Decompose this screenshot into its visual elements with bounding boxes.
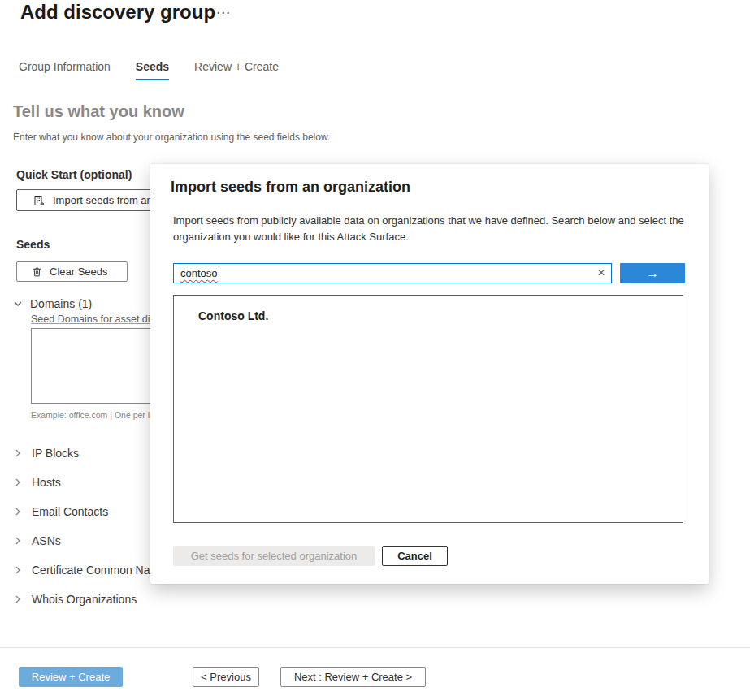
section-toggle-asns[interactable]: ASNs	[13, 534, 61, 547]
domains-section-label: Domains (1)	[30, 297, 92, 310]
review-create-button[interactable]: Review + Create	[19, 667, 123, 687]
previous-button[interactable]: < Previous	[193, 667, 259, 687]
organization-import-icon	[33, 195, 45, 206]
text-caret	[219, 267, 219, 279]
section-label: Whois Organizations	[32, 593, 137, 606]
chevron-down-icon	[13, 299, 23, 309]
chevron-right-icon	[13, 448, 23, 458]
footer-divider	[0, 647, 750, 648]
trash-icon	[32, 266, 42, 278]
organization-results-list[interactable]: Contoso Ltd.	[173, 295, 683, 523]
section-toggle-email-contacts[interactable]: Email Contacts	[13, 505, 108, 518]
dialog-title: Import seeds from an organization	[171, 179, 410, 196]
chevron-right-icon	[13, 507, 23, 516]
search-submit-button[interactable]: →	[620, 263, 685, 283]
clear-search-icon[interactable]: ✕	[597, 267, 605, 279]
organization-search-input[interactable]: contoso ✕	[173, 263, 612, 283]
chevron-right-icon	[13, 594, 23, 604]
dialog-description: Import seeds from publicly available dat…	[173, 213, 688, 245]
chevron-right-icon	[13, 477, 23, 487]
seeds-label: Seeds	[16, 238, 50, 251]
seed-domains-example: Example: office.com | One per line	[31, 410, 161, 420]
section-toggle-hosts[interactable]: Hosts	[13, 476, 61, 489]
organization-result-item[interactable]: Contoso Ltd.	[174, 296, 683, 322]
section-label: Hosts	[32, 476, 61, 489]
cancel-button[interactable]: Cancel	[382, 546, 448, 566]
clear-seeds-button[interactable]: Clear Seeds	[16, 261, 128, 282]
section-toggle-ip-blocks[interactable]: IP Blocks	[13, 447, 79, 460]
section-label: IP Blocks	[32, 447, 79, 460]
section-toggle-whois-organizations[interactable]: Whois Organizations	[13, 593, 137, 606]
tab-group-information[interactable]: Group Information	[19, 60, 111, 80]
page-title: Add discovery group	[20, 1, 215, 24]
wizard-tabs: Group Information Seeds Review + Create	[19, 60, 279, 80]
more-options-icon[interactable]: ⋯	[216, 4, 232, 21]
next-button[interactable]: Next : Review + Create >	[280, 667, 426, 687]
arrow-right-icon: →	[646, 266, 659, 281]
chevron-right-icon	[13, 536, 23, 546]
import-seeds-dialog: Import seeds from an organization Import…	[150, 164, 709, 584]
chevron-right-icon	[13, 565, 23, 575]
search-input-value: contoso	[180, 267, 218, 279]
section-toggle-certificate-common-names[interactable]: Certificate Common Names	[13, 564, 171, 577]
get-seeds-button[interactable]: Get seeds for selected organization	[173, 546, 375, 566]
section-label: Email Contacts	[32, 505, 108, 518]
section-heading: Tell us what you know	[13, 102, 184, 121]
tab-seeds[interactable]: Seeds	[136, 60, 169, 80]
section-label: ASNs	[32, 534, 61, 547]
domains-section-toggle[interactable]: Domains (1)	[13, 297, 92, 310]
quick-start-label: Quick Start (optional)	[16, 168, 132, 181]
clear-seeds-button-label: Clear Seeds	[50, 266, 108, 278]
tab-review-create[interactable]: Review + Create	[194, 60, 279, 80]
section-subheading: Enter what you know about your organizat…	[13, 132, 330, 143]
